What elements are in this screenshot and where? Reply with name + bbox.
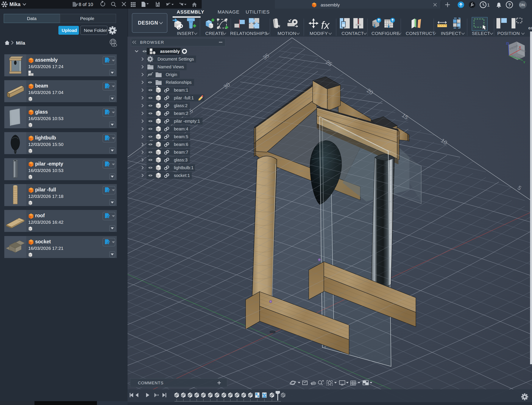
svg-text:16/03/2026 17:24: 16/03/2026 17:24 — [28, 64, 64, 69]
svg-text:beam:2: beam:2 — [174, 111, 188, 116]
svg-text:POSITION: POSITION — [497, 31, 520, 36]
svg-text:beam:7: beam:7 — [174, 150, 188, 155]
svg-text:lightbulb: lightbulb — [35, 135, 56, 141]
svg-text:pilar -full: pilar -full — [35, 187, 56, 192]
svg-text:CONTACT: CONTACT — [341, 31, 364, 36]
svg-text:beam:6: beam:6 — [174, 142, 188, 147]
svg-text:pilar -full:1: pilar -full:1 — [174, 95, 194, 100]
svg-text:Origin: Origin — [166, 72, 177, 77]
svg-text:lightbulb:1: lightbulb:1 — [174, 165, 193, 170]
svg-text:X: X — [519, 45, 521, 49]
svg-text:16/03/2026 10:53: 16/03/2026 10:53 — [28, 168, 64, 173]
svg-text:Z: Z — [506, 41, 508, 45]
svg-text:ASSEMBLY: ASSEMBLY — [177, 9, 204, 15]
svg-text:INSPECT: INSPECT — [441, 31, 461, 36]
svg-text:glass:2: glass:2 — [174, 103, 187, 108]
svg-text:12/03/2026 16:42: 12/03/2026 16:42 — [28, 220, 64, 225]
svg-text:glass:3: glass:3 — [174, 158, 187, 162]
svg-text:DN: DN — [519, 3, 525, 7]
svg-text:SELECT: SELECT — [472, 31, 490, 36]
svg-text:8 of 10: 8 of 10 — [79, 2, 93, 7]
svg-text:CREATE: CREATE — [205, 31, 224, 36]
svg-text:assembly: assembly — [321, 2, 340, 7]
svg-text:Relationships: Relationships — [166, 80, 192, 85]
svg-text:pilar -empty:1: pilar -empty:1 — [174, 119, 200, 123]
svg-text:Upload: Upload — [62, 28, 77, 33]
svg-text:12/03/2026 17:18: 12/03/2026 17:18 — [28, 194, 64, 199]
svg-text:assembly: assembly — [160, 49, 180, 54]
svg-text:CONFIGURE: CONFIGURE — [372, 31, 400, 36]
svg-text:socket: socket — [35, 239, 51, 244]
svg-text:glass: glass — [35, 109, 48, 115]
svg-text:MODIFY: MODIFY — [310, 31, 328, 36]
svg-text:beam: beam — [35, 83, 48, 88]
svg-text:MOTION: MOTION — [278, 31, 296, 36]
svg-text:Mila: Mila — [16, 40, 26, 46]
svg-text:Mika: Mika — [9, 1, 20, 7]
svg-text:COMMENTS: COMMENTS — [138, 381, 164, 385]
svg-text:BROWSER: BROWSER — [140, 40, 164, 45]
svg-text:fx: fx — [321, 19, 330, 31]
svg-text:People: People — [80, 16, 94, 21]
svg-text:INSERT: INSERT — [177, 31, 194, 36]
svg-text:16/03/2026 17:04: 16/03/2026 17:04 — [28, 90, 64, 95]
svg-text:socket:1: socket:1 — [174, 173, 190, 178]
svg-text:16/03/2026 10:53: 16/03/2026 10:53 — [28, 116, 64, 121]
svg-text:pilar -empty: pilar -empty — [35, 161, 63, 167]
svg-text:?: ? — [508, 2, 511, 7]
svg-text:DESIGN: DESIGN — [138, 20, 158, 26]
svg-text:beam:5: beam:5 — [174, 134, 188, 139]
svg-text:MANAGE: MANAGE — [218, 9, 239, 15]
svg-text:Y: Y — [523, 60, 525, 64]
svg-text:beam:1: beam:1 — [174, 88, 188, 93]
svg-text:UTILITIES: UTILITIES — [246, 9, 270, 15]
svg-text:RELATIONSHIPS: RELATIONSHIPS — [230, 31, 267, 36]
svg-text:assembly: assembly — [35, 57, 58, 63]
svg-text:12/03/2026 15:50: 12/03/2026 15:50 — [28, 142, 64, 147]
svg-text:Data: Data — [27, 16, 37, 21]
svg-text:Document Settings: Document Settings — [158, 57, 194, 61]
svg-text:1: 1 — [487, 2, 490, 7]
svg-text:New Folder: New Folder — [84, 28, 107, 33]
svg-text:Named Views: Named Views — [158, 64, 184, 69]
svg-text:CONSTRUCT: CONSTRUCT — [406, 31, 435, 36]
svg-text:roof: roof — [35, 213, 45, 218]
svg-text:16/03/2026 17:21: 16/03/2026 17:21 — [28, 246, 64, 251]
svg-text:beam:4: beam:4 — [174, 127, 188, 131]
